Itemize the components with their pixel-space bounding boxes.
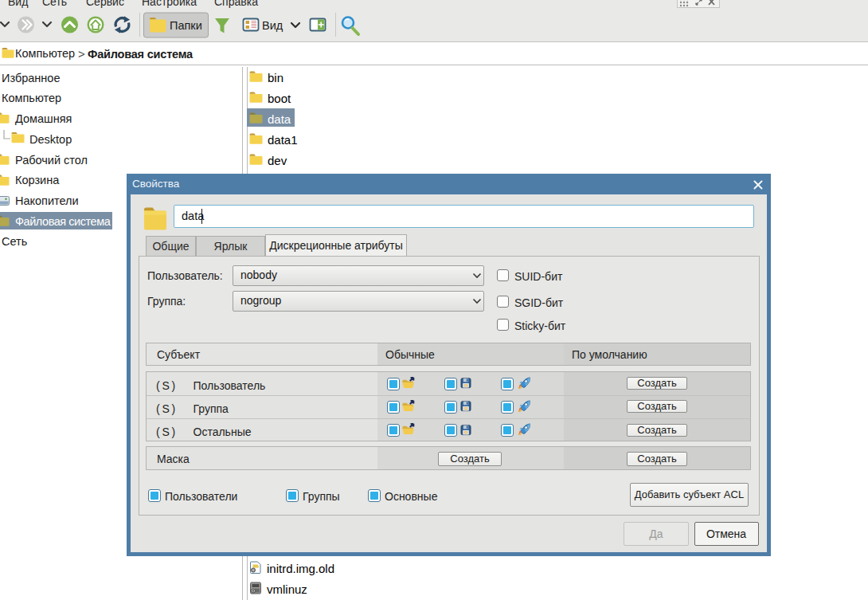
svg-text:Папки: Папки	[170, 19, 202, 32]
svg-text:Вид: Вид	[262, 19, 283, 32]
